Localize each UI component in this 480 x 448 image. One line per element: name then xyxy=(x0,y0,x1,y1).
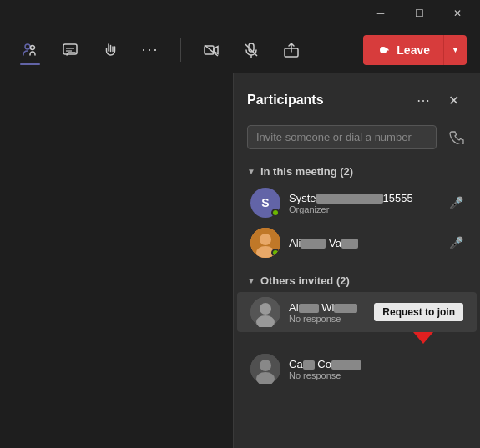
avatar-alice xyxy=(250,228,280,258)
panel-header: Participants ⋯ ✕ xyxy=(234,73,480,123)
arrow-up-indicator xyxy=(413,332,433,344)
svg-point-1 xyxy=(31,45,35,49)
leave-dropdown-button[interactable]: ▼ xyxy=(443,35,467,65)
minimize-button[interactable]: ─ xyxy=(361,0,400,27)
redacted-name-system xyxy=(316,194,383,204)
participant-status-alex: No response xyxy=(289,314,366,324)
redacted-alice xyxy=(301,239,326,249)
participant-cara[interactable]: Ca Co No response xyxy=(237,349,477,389)
participant-info-alice: Ali Va xyxy=(289,237,441,249)
participant-name-alex: Al Wi xyxy=(289,301,366,314)
more-options-button[interactable]: ··· xyxy=(134,33,167,67)
others-invited-label: Others invited (2) xyxy=(260,274,350,287)
leave-button[interactable]: Participants Leave xyxy=(363,35,443,65)
svg-rect-5 xyxy=(205,46,214,54)
title-bar: ─ ☐ ✕ xyxy=(0,0,480,27)
avatar-system: S xyxy=(250,188,280,218)
main-area: Participants ⋯ ✕ ▼ In this meeting (2) xyxy=(0,73,480,448)
mic-button[interactable] xyxy=(235,33,268,67)
toolbar-right: Participants Leave ▼ xyxy=(363,35,467,65)
in-meeting-chevron: ▼ xyxy=(247,167,255,176)
svg-point-18 xyxy=(260,360,271,371)
toolbar-divider xyxy=(180,38,181,62)
participant-alex[interactable]: Al Wi No response Request to join xyxy=(237,292,477,332)
panel-close-button[interactable]: ✕ xyxy=(440,87,467,113)
participant-status-cara: No response xyxy=(289,370,463,380)
participant-info-cara: Ca Co No response xyxy=(289,358,463,380)
participant-action-alice: 🎤 xyxy=(449,236,463,249)
status-dot-system xyxy=(271,209,280,217)
participant-action-alex: Request to join xyxy=(374,303,463,321)
maximize-button[interactable]: ☐ xyxy=(400,0,438,27)
svg-point-0 xyxy=(25,44,30,49)
toolbar-left: ··· xyxy=(13,33,363,67)
people-button[interactable] xyxy=(13,33,47,67)
participant-alice[interactable]: Ali Va 🎤 xyxy=(237,223,477,263)
share-button[interactable] xyxy=(275,33,308,67)
participant-name-system: Syste 15555 xyxy=(289,192,441,204)
invite-input[interactable] xyxy=(247,125,437,149)
participant-system[interactable]: S Syste 15555 Organizer 🎤 xyxy=(237,183,477,223)
panel-title: Participants xyxy=(247,93,324,108)
participant-info-system: Syste 15555 Organizer xyxy=(289,192,441,214)
participant-role-system: Organizer xyxy=(289,204,441,214)
raise-hand-button[interactable] xyxy=(93,33,127,67)
mute-icon-alice: 🎤 xyxy=(449,236,463,249)
chat-button[interactable] xyxy=(53,33,87,67)
in-meeting-label: In this meeting (2) xyxy=(260,165,353,178)
participant-info-alex: Al Wi No response xyxy=(289,301,366,324)
toolbar: ··· xyxy=(0,27,480,73)
svg-point-12 xyxy=(260,234,271,245)
svg-point-15 xyxy=(260,303,271,315)
leave-button-group: Participants Leave ▼ xyxy=(363,35,467,65)
scroll-area: ▼ In this meeting (2) S Syste 15555 Orga… xyxy=(234,160,480,448)
status-dot-alice xyxy=(271,249,280,257)
panel-header-actions: ⋯ ✕ xyxy=(410,87,467,113)
video-button[interactable] xyxy=(195,33,228,67)
mute-icon-system: 🎤 xyxy=(449,196,463,209)
request-to-join-button[interactable]: Request to join xyxy=(374,303,463,321)
participants-panel: Participants ⋯ ✕ ▼ In this meeting (2) xyxy=(233,73,480,448)
invite-row xyxy=(234,123,480,160)
participant-name-cara: Ca Co xyxy=(289,358,463,370)
close-button[interactable]: ✕ xyxy=(438,0,477,27)
meeting-content xyxy=(0,73,233,448)
in-meeting-section-header: ▼ In this meeting (2) xyxy=(234,160,480,183)
others-invited-section-header: ▼ Others invited (2) xyxy=(234,269,480,292)
arrow-container xyxy=(237,332,477,349)
participant-action-system: 🎤 xyxy=(449,196,463,209)
panel-more-button[interactable]: ⋯ xyxy=(410,87,437,113)
participant-name-alice: Ali Va xyxy=(289,237,441,249)
redacted-alice2 xyxy=(341,239,358,249)
others-chevron: ▼ xyxy=(247,276,255,285)
dial-button[interactable] xyxy=(443,123,470,150)
svg-line-9 xyxy=(245,44,257,56)
avatar-cara xyxy=(250,354,280,384)
avatar-alex xyxy=(250,297,280,327)
